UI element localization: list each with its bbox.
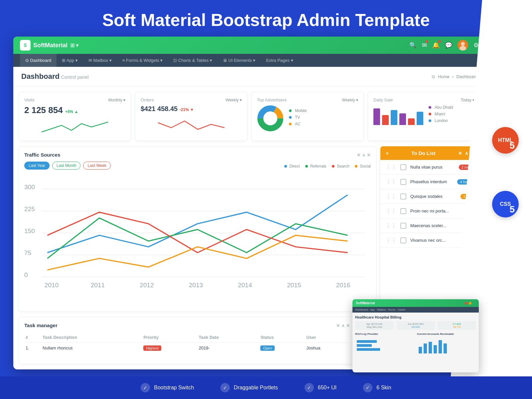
todo-header: ≡ To Do List ✕ ∧ ✕: [380, 146, 480, 160]
todo-item-1: ⋮⋮ Nulla vitae purus 2 mins: [380, 160, 480, 175]
filter-last-month[interactable]: Last Month: [52, 162, 80, 170]
svg-text:2015: 2015: [287, 282, 301, 289]
nav-charts[interactable]: ⊡ Charts & Tables ▾: [168, 54, 217, 67]
filter-last-week[interactable]: Last Week: [83, 162, 110, 170]
nav-dashboard[interactable]: ⊙ Dashboard: [20, 54, 57, 67]
feature-draggable-portlets: ✓ Draggable Portlets: [220, 383, 278, 392]
task-table: # Task Description Priority Task Date St…: [24, 332, 350, 353]
todo-checkbox-5[interactable]: [400, 223, 406, 229]
drag-handle-5[interactable]: ⋮⋮: [386, 222, 396, 229]
row-date: 2019-: [198, 343, 259, 353]
advertisers-period[interactable]: Weekly ▾: [342, 98, 358, 102]
nav-mailbox[interactable]: ✉ Mailbox ▾: [83, 54, 117, 67]
stat-advertisers: Top Advertisers Weekly ▾ Mobile TV AC: [251, 92, 364, 141]
todo-item-2: ⋮⋮ Phasellus interdum 4 hours: [380, 175, 480, 189]
svg-text:2012: 2012: [140, 282, 154, 289]
brand-name: SoftMaterial: [33, 42, 67, 49]
top-navbar: S SoftMaterial ⊞ ▾ 🔍 ✉ 🔔 💬: [13, 37, 485, 54]
feature-check-3: ✓: [305, 383, 314, 392]
orders-period[interactable]: Weekly ▾: [226, 98, 242, 102]
traffic-svg-chart: 300 225 150 75 0 2010 2011 2012 2013: [24, 178, 371, 305]
drag-handle-1[interactable]: ⋮⋮: [386, 164, 396, 170]
traffic-title: Traffic Sources: [24, 152, 60, 158]
row-priority: Highest: [142, 343, 197, 353]
avatar[interactable]: [458, 40, 468, 51]
task-manager-card: Task manager ✕ ∧ ✕ # Task Description Pr…: [19, 317, 356, 364]
advertisers-label: Top Advertisers: [257, 97, 287, 102]
svg-text:300: 300: [24, 184, 35, 191]
feature-ui-count: ✓ 650+ UI: [305, 383, 336, 392]
secondary-nav: ⊙ Dashboard ⊞ App ▾ ✉ Mailbox ▾ ≡ Forms …: [13, 54, 485, 67]
svg-text:0: 0: [24, 271, 28, 278]
task-minimize-icon[interactable]: ∧: [341, 323, 345, 328]
todo-minimize-icon[interactable]: ∧: [465, 151, 468, 156]
navbar-icons: 🔍 ✉ 🔔 💬 ⚙: [409, 40, 479, 51]
settings-icon[interactable]: ⚙: [473, 42, 479, 49]
todo-checkbox-2[interactable]: [400, 179, 406, 185]
screenshot-body: Healthcare Hospital Billing Apr $276,445…: [352, 313, 479, 357]
screenshot-header: SoftMaterial: [352, 299, 479, 307]
drag-handle-3[interactable]: ⋮⋮: [386, 193, 396, 200]
drag-handle-6[interactable]: ⋮⋮: [386, 237, 396, 243]
donut-chart: [257, 105, 284, 132]
todo-title: To Do List: [411, 150, 435, 156]
visits-period[interactable]: Monthly ▾: [108, 98, 125, 102]
stat-daily-sale: Daily Sale Today ▾ Abu Dhabi Miami: [368, 92, 480, 141]
drag-handle-2[interactable]: ⋮⋮: [386, 179, 396, 185]
svg-text:2014: 2014: [238, 282, 252, 289]
svg-text:225: 225: [24, 205, 35, 212]
features-bar: ✓ Bootstrap Switch ✓ Draggable Portlets …: [0, 376, 532, 399]
bar-chart-container: Abu Dhabi Miami London: [373, 105, 474, 125]
todo-resize-icon[interactable]: ✕: [458, 151, 462, 156]
drag-handle-4[interactable]: ⋮⋮: [386, 208, 396, 214]
todo-text-1: Nulla vitae purus: [410, 165, 455, 170]
task-close-icon[interactable]: ✕: [346, 323, 350, 328]
nav-forms[interactable]: ≡ Forms & Widgets ▾: [117, 54, 168, 67]
svg-rect-28: [357, 348, 380, 351]
svg-text:2016: 2016: [336, 282, 350, 289]
svg-text:2010: 2010: [45, 282, 59, 289]
chart-controls: ✕ ∧ ✕: [357, 152, 371, 158]
nav-app[interactable]: ⊞ App ▾: [57, 54, 83, 67]
page-title: Soft Material Bootstrap Admin Template: [0, 0, 532, 37]
svg-rect-33: [439, 340, 442, 353]
daily-sale-period[interactable]: Today ▾: [461, 98, 474, 102]
task-manager-title: Task manager: [24, 323, 58, 328]
col-num: #: [24, 332, 41, 343]
orders-value: $421 458.45 -21% ▼: [141, 105, 242, 113]
col-desc: Task Description: [41, 332, 142, 343]
bar-legend: Abu Dhabi Miami London: [429, 105, 453, 125]
svg-rect-31: [429, 342, 432, 353]
feature-check-1: ✓: [141, 383, 150, 392]
task-resize-icon[interactable]: ✕: [336, 323, 340, 328]
svg-text:75: 75: [24, 249, 31, 256]
mail-icon[interactable]: ✉: [422, 42, 427, 49]
chart-close-icon[interactable]: ✕: [367, 152, 371, 158]
chart-minimize-icon[interactable]: ∧: [362, 152, 365, 158]
nav-extra[interactable]: Extra Pages ▾: [261, 54, 298, 67]
filter-last-year[interactable]: Last Year: [24, 162, 50, 170]
row-status: Open: [259, 343, 305, 353]
bell-icon[interactable]: 🔔: [432, 42, 440, 49]
visits-value: 2 125 854 +5% ▲: [24, 105, 125, 115]
svg-text:2013: 2013: [189, 282, 203, 289]
chat-icon[interactable]: 💬: [445, 42, 452, 49]
breadcrumb-home[interactable]: Home: [438, 74, 450, 79]
visits-badge: +5% ▲: [65, 109, 78, 114]
search-icon[interactable]: 🔍: [409, 42, 417, 49]
brand: S SoftMaterial ⊞ ▾: [20, 40, 78, 51]
nav-ui[interactable]: 🖥 UI Elements ▾: [217, 54, 261, 67]
traffic-chart-card: Traffic Sources ✕ ∧ ✕ Last Year Last Mon…: [19, 146, 376, 312]
donut-legend: Mobile TV AC: [289, 108, 307, 128]
feature-skin-count: ✓ 6 Skin: [363, 383, 391, 392]
feature-label-3: 650+ UI: [318, 385, 336, 391]
screenshot-overlay: SoftMaterial DashboardAppMailboxFormsCha…: [352, 299, 479, 372]
todo-checkbox-6[interactable]: [400, 237, 406, 243]
todo-checkbox-1[interactable]: [400, 164, 406, 170]
feature-label-1: Bootstrap Switch: [154, 385, 194, 391]
feature-check-4: ✓: [363, 383, 372, 392]
todo-checkbox-3[interactable]: [400, 194, 406, 200]
row-user: Joshua: [305, 343, 350, 353]
chart-resize-icon[interactable]: ✕: [357, 152, 361, 158]
todo-checkbox-4[interactable]: [400, 208, 406, 214]
